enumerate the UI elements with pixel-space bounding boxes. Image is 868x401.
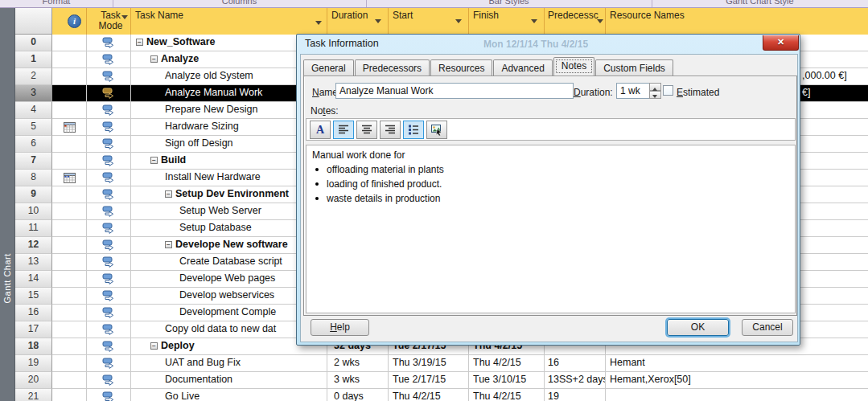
task-mode-cell[interactable]	[87, 119, 131, 136]
notes-text-area[interactable]: Manual work done for offloading material…	[306, 145, 796, 313]
resources-cell[interactable]: Hemant,Xerox[50]	[606, 372, 868, 389]
row-number[interactable]: 19	[15, 355, 52, 372]
task-mode-cell[interactable]	[87, 203, 131, 220]
indicator-cell[interactable]	[52, 35, 87, 51]
column-header-task-mode[interactable]: Task Mode	[87, 8, 131, 35]
duration-input[interactable]	[616, 83, 650, 99]
task-mode-cell[interactable]	[87, 220, 131, 237]
row-number[interactable]: 0	[15, 35, 52, 51]
row-number[interactable]: 5	[15, 119, 52, 136]
resources-cell[interactable]: Hemant	[606, 355, 868, 372]
finish-cell[interactable]: Thu 4/2/15	[469, 389, 545, 401]
row-number[interactable]: 17	[15, 321, 52, 338]
predecessors-cell[interactable]: 19	[545, 389, 606, 401]
filter-arrow-icon[interactable]	[121, 15, 128, 23]
row-number[interactable]: 11	[15, 220, 52, 237]
indicator-cell[interactable]	[52, 271, 87, 288]
indicator-cell[interactable]	[52, 305, 87, 321]
indicator-cell[interactable]	[52, 51, 87, 68]
task-mode-cell[interactable]	[87, 68, 131, 85]
column-header-predecessors[interactable]: Predecessc	[545, 8, 606, 35]
task-mode-cell[interactable]	[87, 372, 131, 389]
tab-resources[interactable]: Resources	[430, 59, 492, 76]
task-mode-cell[interactable]	[87, 85, 131, 102]
cancel-button[interactable]: Cancel	[742, 319, 793, 336]
row-number[interactable]: 20	[15, 372, 52, 389]
start-cell[interactable]: Thu 4/2/15	[389, 389, 469, 401]
collapse-toggle[interactable]: −	[136, 39, 143, 46]
close-icon[interactable]: ✕	[763, 35, 799, 51]
tab-predecessors[interactable]: Predecessors	[355, 59, 430, 76]
finish-cell[interactable]: Thu 4/2/15	[469, 355, 545, 372]
task-mode-cell[interactable]	[87, 305, 131, 321]
column-header-indicators[interactable]: i	[52, 8, 87, 35]
row-number[interactable]: 4	[15, 102, 52, 119]
indicator-cell[interactable]	[52, 220, 87, 237]
collapse-toggle[interactable]: −	[165, 190, 172, 198]
row-number[interactable]: 3	[15, 85, 52, 102]
collapse-toggle[interactable]: −	[165, 241, 172, 248]
insert-object-button[interactable]	[426, 121, 447, 139]
help-button[interactable]: Help	[311, 319, 369, 336]
indicator-cell[interactable]	[52, 153, 87, 170]
indicator-cell[interactable]	[52, 389, 87, 401]
tab-advanced[interactable]: Advanced	[493, 59, 552, 76]
column-header-task-name[interactable]: Task Name	[131, 8, 327, 35]
task-mode-cell[interactable]	[87, 355, 131, 372]
align-left-button[interactable]	[333, 121, 354, 139]
align-center-button[interactable]	[356, 121, 377, 139]
predecessors-cell[interactable]: 16	[545, 355, 606, 372]
spin-up-icon[interactable]	[649, 83, 661, 91]
task-name-cell[interactable]: UAT and Bug Fix	[131, 355, 327, 372]
task-mode-cell[interactable]	[87, 338, 131, 355]
row-number[interactable]: 7	[15, 153, 52, 170]
row-number[interactable]: 10	[15, 203, 52, 220]
filter-arrow-icon[interactable]	[315, 21, 322, 28]
filter-arrow-icon[interactable]	[455, 19, 462, 27]
filter-arrow-icon[interactable]	[597, 19, 603, 27]
column-header-resource-names[interactable]: Resource Names	[606, 8, 868, 35]
row-number[interactable]: 8	[15, 170, 52, 186]
indicator-cell[interactable]	[52, 102, 87, 119]
table-row[interactable]: 21 Go Live 0 days Thu 4/2/15 Thu 4/2/15 …	[15, 389, 868, 401]
task-mode-cell[interactable]	[87, 254, 131, 271]
row-number[interactable]: 14	[15, 271, 52, 288]
finish-cell[interactable]: Tue 3/10/15	[469, 372, 545, 389]
row-number[interactable]: 21	[15, 389, 52, 401]
task-name-input[interactable]	[335, 83, 574, 99]
indicator-cell[interactable]	[52, 372, 87, 389]
table-row[interactable]: 19 UAT and Bug Fix 2 wks Thu 3/19/15 Thu…	[15, 355, 868, 372]
row-number[interactable]: 6	[15, 136, 52, 153]
duration-cell[interactable]: 0 days	[327, 389, 389, 401]
estimated-checkbox[interactable]	[663, 85, 673, 96]
collapse-toggle[interactable]: −	[150, 55, 158, 63]
select-all-corner[interactable]	[15, 8, 52, 35]
indicator-cell[interactable]	[52, 186, 87, 203]
task-mode-cell[interactable]	[87, 170, 131, 186]
task-mode-cell[interactable]	[87, 237, 131, 254]
task-mode-cell[interactable]	[87, 102, 131, 119]
bulleted-list-button[interactable]	[403, 121, 424, 139]
table-row[interactable]: 20 Documentation 3 wks Tue 2/17/15 Tue 3…	[15, 372, 868, 389]
duration-cell[interactable]: 2 wks	[327, 355, 389, 372]
task-mode-cell[interactable]	[87, 153, 131, 170]
column-header-duration[interactable]: Duration	[327, 8, 389, 35]
task-mode-cell[interactable]	[87, 35, 131, 51]
row-number[interactable]: 9	[15, 186, 52, 203]
tab-custom-fields[interactable]: Custom Fields	[595, 59, 673, 76]
indicator-cell[interactable]	[52, 68, 87, 85]
task-mode-cell[interactable]	[87, 321, 131, 338]
task-mode-cell[interactable]	[87, 271, 131, 288]
collapse-toggle[interactable]: −	[150, 342, 158, 350]
row-number[interactable]: 1	[15, 51, 52, 68]
indicator-cell[interactable]	[52, 338, 87, 355]
view-bar-gantt-chart[interactable]: Gantt Chart	[0, 8, 15, 401]
indicator-cell[interactable]	[52, 254, 87, 271]
filter-arrow-icon[interactable]	[375, 19, 381, 27]
resources-cell[interactable]	[606, 389, 868, 401]
task-mode-cell[interactable]	[87, 51, 131, 68]
indicator-cell[interactable]	[52, 85, 87, 102]
indicator-cell[interactable]	[52, 237, 87, 254]
duration-cell[interactable]: 3 wks	[327, 372, 389, 389]
column-header-start[interactable]: Start	[389, 8, 469, 35]
